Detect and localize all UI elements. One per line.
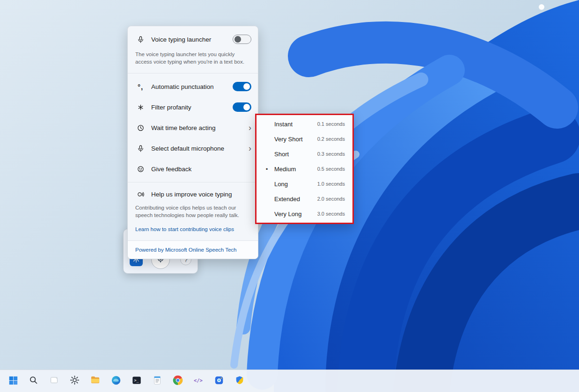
chrome-button[interactable]: [169, 372, 187, 391]
powered-by-link[interactable]: Powered by Microsoft Online Speech Tech: [128, 241, 258, 259]
search-icon: [29, 375, 38, 387]
launcher-toggle[interactable]: [233, 35, 251, 44]
help-improve-row[interactable]: Help us improve voice typing: [128, 185, 258, 203]
microphone-icon: [135, 143, 146, 153]
contribute-voice-clips-link[interactable]: Learn how to start contributing voice cl…: [128, 224, 258, 238]
punctuation-icon: °,: [135, 81, 146, 92]
menu-item-value: 3.0 seconds: [317, 211, 345, 217]
menu-item-instant[interactable]: Instant 0.1 seconds: [257, 116, 352, 131]
menu-item-very-short[interactable]: Very Short 0.2 seconds: [257, 131, 352, 146]
help-improve-description: Contributing voice clips helps us teach …: [128, 203, 258, 224]
menu-item-medium[interactable]: • Medium 0.5 seconds: [257, 161, 352, 176]
chevron-right-icon: ›: [246, 144, 251, 152]
svg-text:>_: >_: [134, 378, 139, 383]
automatic-punctuation-label: Automatic punctuation: [151, 83, 233, 90]
selected-bullet: •: [263, 166, 271, 173]
filter-profanity-toggle[interactable]: [233, 102, 251, 112]
menu-item-label: Very Long: [271, 211, 317, 218]
media-app-icon: [214, 375, 224, 387]
taskbar: >_: [0, 370, 579, 392]
microphone-icon: [135, 34, 146, 44]
start-button[interactable]: [4, 372, 22, 391]
menu-item-value: 0.3 seconds: [317, 151, 345, 157]
filter-profanity-row[interactable]: Filter profanity: [128, 97, 258, 117]
menu-item-value: 0.1 seconds: [317, 121, 345, 127]
automatic-punctuation-toggle[interactable]: [233, 82, 251, 91]
edge-button[interactable]: [107, 372, 125, 391]
help-improve-label: Help us improve voice typing: [151, 191, 251, 198]
menu-item-extended[interactable]: Extended 2.0 seconds: [257, 191, 352, 206]
menu-item-value: 2.0 seconds: [317, 196, 345, 202]
notepad-button[interactable]: [148, 372, 166, 391]
visual-studio-button[interactable]: </>: [189, 372, 207, 391]
chevron-right-icon: ›: [246, 123, 251, 132]
automatic-punctuation-row[interactable]: °, Automatic punctuation: [128, 76, 258, 97]
task-view-icon: [49, 375, 59, 387]
filter-profanity-label: Filter profanity: [151, 104, 233, 111]
asterisk-icon: [135, 102, 146, 112]
svg-text:</>: </>: [194, 377, 203, 383]
menu-item-label: Instant: [271, 121, 317, 128]
search-button[interactable]: [24, 372, 43, 391]
menu-item-label: Long: [271, 181, 317, 188]
menu-item-very-long[interactable]: Very Long 3.0 seconds: [257, 206, 352, 221]
terminal-icon: >_: [132, 375, 142, 387]
windows-security-button[interactable]: [230, 372, 249, 391]
powered-by-section: Powered by Microsoft Online Speech Tech: [128, 240, 258, 259]
voice-clip-icon: [135, 189, 146, 199]
windows-logo-icon: [8, 375, 18, 387]
menu-item-value: 0.5 seconds: [317, 166, 345, 172]
menu-item-label: Extended: [271, 196, 317, 203]
code-icon: </>: [193, 375, 204, 387]
improve-section: Help us improve voice typing Contributin…: [128, 182, 258, 240]
chrome-icon: [173, 375, 183, 387]
clock-icon: [135, 123, 146, 133]
media-app-button[interactable]: [210, 372, 228, 391]
menu-item-long[interactable]: Long 1.0 seconds: [257, 176, 352, 191]
options-section: °, Automatic punctuation Filter profanit…: [128, 73, 258, 182]
menu-item-value: 0.2 seconds: [317, 136, 345, 142]
select-microphone-row[interactable]: Select default microphone ›: [128, 138, 258, 159]
command-prompt-button[interactable]: >_: [127, 372, 146, 391]
wait-time-label: Wait time before acting: [151, 124, 246, 131]
desktop: ? Voice typing launcher The voice typing…: [0, 0, 579, 392]
task-view-button[interactable]: [45, 372, 63, 391]
give-feedback-label: Give feedback: [151, 166, 251, 173]
menu-item-label: Medium: [271, 166, 317, 173]
wallpaper-logo-dot: [539, 4, 544, 10]
gear-icon: [70, 375, 80, 387]
edge-icon: [111, 375, 121, 387]
feedback-icon: [135, 164, 146, 174]
launcher-label: Voice typing launcher: [151, 36, 233, 43]
wait-time-row[interactable]: Wait time before acting ›: [128, 117, 258, 138]
notepad-icon: [152, 375, 162, 387]
settings-button[interactable]: [66, 372, 84, 391]
menu-item-value: 1.0 seconds: [317, 181, 345, 187]
file-explorer-button[interactable]: [86, 372, 104, 391]
menu-item-short[interactable]: Short 0.3 seconds: [257, 146, 352, 161]
shield-icon: [235, 375, 245, 387]
launcher-section: Voice typing launcher The voice typing l…: [128, 26, 258, 73]
give-feedback-row[interactable]: Give feedback: [128, 159, 258, 179]
select-microphone-label: Select default microphone: [151, 145, 246, 152]
menu-item-label: Very Short: [271, 136, 317, 143]
wait-time-submenu: Instant 0.1 seconds Very Short 0.2 secon…: [255, 114, 354, 224]
voice-typing-launcher-row[interactable]: Voice typing launcher: [128, 29, 258, 50]
launcher-description: The voice typing launcher lets you quick…: [128, 50, 258, 70]
folder-icon: [90, 375, 101, 387]
menu-item-label: Short: [271, 151, 317, 158]
voice-typing-settings-flyout: Voice typing launcher The voice typing l…: [127, 26, 258, 259]
